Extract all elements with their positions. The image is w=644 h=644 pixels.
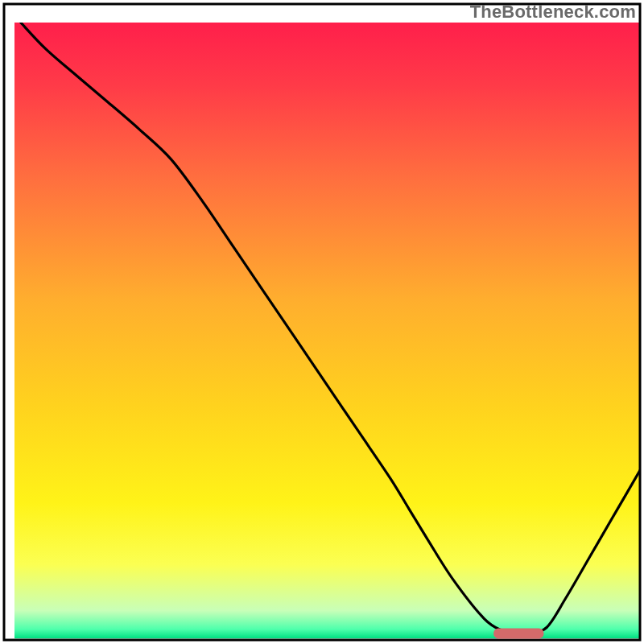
chart-stage: TheBottleneck.com [0, 0, 644, 644]
watermark-label: TheBottleneck.com [470, 2, 636, 23]
gradient-background [14, 23, 641, 638]
bottleneck-chart [0, 0, 644, 644]
optimal-zone-marker [493, 628, 543, 638]
